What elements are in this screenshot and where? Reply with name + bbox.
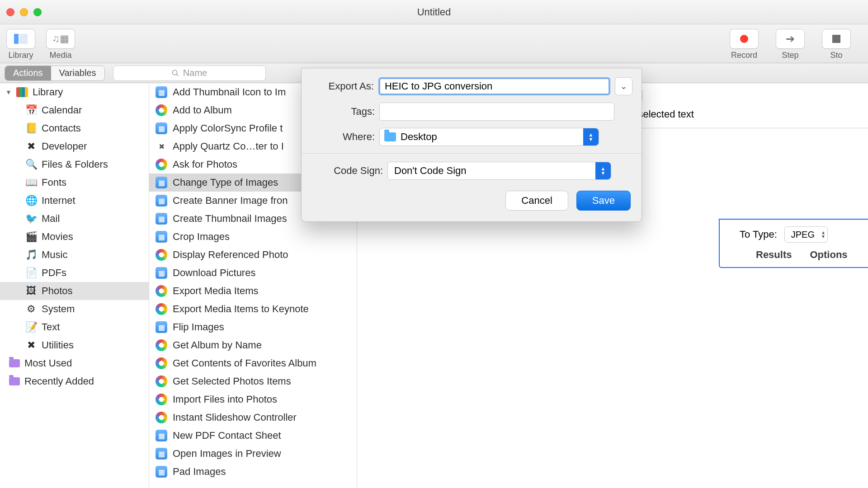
sidebar-item-utilities[interactable]: ✖︎Utilities bbox=[0, 336, 149, 354]
chevron-down-icon: ⌄ bbox=[620, 81, 627, 91]
record-icon bbox=[740, 35, 748, 43]
export-dialog: Export As: ⌄ Tags: Where: Desktop ▲▼ bbox=[301, 68, 642, 222]
folder-icon bbox=[9, 359, 20, 367]
action-icon bbox=[156, 303, 167, 315]
sidebar-item-files-folders[interactable]: 🔍Files & Folders bbox=[0, 155, 149, 174]
action-icon bbox=[156, 159, 167, 170]
library-icon bbox=[16, 87, 28, 97]
category-icon: 🐦 bbox=[25, 213, 37, 225]
save-button[interactable]: Save bbox=[576, 191, 631, 211]
window-title: Untitled bbox=[0, 6, 868, 18]
where-popup[interactable]: Desktop ▲▼ bbox=[379, 128, 599, 146]
category-icon: 📒 bbox=[25, 122, 37, 134]
change-type-action-card[interactable]: To Type: JPEG ▴▾ Results Options bbox=[719, 219, 868, 268]
action-item-label: Apply ColorSync Profile t bbox=[173, 122, 283, 134]
sidebar-item-label: Fonts bbox=[42, 177, 66, 188]
action-item-label: Flip Images bbox=[173, 321, 224, 333]
action-item-label: Create Thumbnail Images bbox=[173, 213, 287, 225]
sidebar-item-music[interactable]: 🎵Music bbox=[0, 246, 149, 264]
sidebar-item-label: Utilities bbox=[42, 339, 74, 351]
action-item[interactable]: Instant Slideshow Controller bbox=[149, 408, 357, 427]
sidebar-item-label: Contacts bbox=[42, 122, 81, 134]
sidebar-item-movies[interactable]: 🎬Movies bbox=[0, 228, 149, 246]
sidebar-item-internet[interactable]: 🌐Internet bbox=[0, 192, 149, 210]
step-button[interactable]: ➔ bbox=[776, 29, 805, 49]
library-icon bbox=[14, 34, 28, 44]
most-used[interactable]: Most Used bbox=[0, 354, 149, 372]
action-item-label: Get Album by Name bbox=[173, 339, 262, 351]
code-sign-popup[interactable]: Don't Code Sign ▲▼ bbox=[387, 162, 611, 180]
action-item[interactable]: Get Selected Photos Items bbox=[149, 372, 357, 390]
cancel-button[interactable]: Cancel bbox=[505, 191, 568, 211]
action-item-label: Change Type of Images bbox=[173, 177, 278, 188]
action-item[interactable]: Get Album by Name bbox=[149, 336, 357, 354]
category-icon: 🎵 bbox=[25, 249, 37, 261]
action-item[interactable]: ▦Download Pictures bbox=[149, 264, 357, 282]
expand-save-panel-button[interactable]: ⌄ bbox=[615, 77, 632, 95]
action-item-label: Create Banner Image fron bbox=[173, 195, 288, 206]
sidebar-item-label: Music bbox=[42, 249, 67, 261]
category-icon: 📝 bbox=[25, 321, 37, 333]
recently-added[interactable]: Recently Added bbox=[0, 372, 149, 390]
sidebar-item-developer[interactable]: ✖︎Developer bbox=[0, 137, 149, 155]
library-toolbar-button[interactable] bbox=[6, 29, 35, 49]
sidebar-item-label: Files & Folders bbox=[42, 159, 108, 170]
sidebar-item-system[interactable]: ⚙︎System bbox=[0, 300, 149, 318]
action-item[interactable]: Import Files into Photos bbox=[149, 390, 357, 408]
stop-button[interactable] bbox=[822, 29, 851, 49]
library-tabs: Actions Variables bbox=[5, 66, 105, 81]
sidebar-item-fonts[interactable]: 📖Fonts bbox=[0, 174, 149, 192]
action-icon bbox=[156, 394, 167, 405]
category-icon: 🎬 bbox=[25, 231, 37, 243]
category-icon: 🌐 bbox=[25, 195, 37, 206]
disclosure-triangle-icon[interactable]: ▼ bbox=[5, 89, 12, 96]
most-used-label: Most Used bbox=[24, 357, 72, 369]
sidebar-item-text[interactable]: 📝Text bbox=[0, 318, 149, 336]
tags-field[interactable] bbox=[379, 103, 614, 121]
action-item-label: Add to Album bbox=[173, 104, 232, 116]
sidebar-item-label: Developer bbox=[42, 141, 87, 152]
toolbar: Library ♫▦ Media Record ➔ Step Sto bbox=[0, 24, 868, 63]
sidebar-item-pdfs[interactable]: 📄PDFs bbox=[0, 264, 149, 282]
record-button[interactable] bbox=[730, 29, 759, 49]
action-icon: ▦ bbox=[156, 231, 167, 243]
action-item[interactable]: Export Media Items bbox=[149, 282, 357, 300]
action-item[interactable]: ▦Crop Images bbox=[149, 228, 357, 246]
action-item[interactable]: ▦Flip Images bbox=[149, 318, 357, 336]
search-icon bbox=[171, 69, 179, 77]
action-tab-results[interactable]: Results bbox=[756, 249, 792, 261]
sidebar-item-label: Internet bbox=[42, 195, 75, 206]
search-input[interactable]: Name bbox=[113, 66, 266, 81]
automator-window: Untitled Library ♫▦ Media Record ➔ Step bbox=[0, 0, 868, 488]
action-tab-options[interactable]: Options bbox=[810, 249, 847, 261]
sidebar-item-mail[interactable]: 🐦Mail bbox=[0, 210, 149, 228]
folder-icon bbox=[384, 132, 396, 141]
action-icon: ▦ bbox=[156, 122, 167, 134]
tab-variables[interactable]: Variables bbox=[51, 66, 104, 80]
action-item-label: Crop Images bbox=[173, 231, 230, 243]
sidebar-item-photos[interactable]: 🖼Photos bbox=[0, 282, 149, 300]
media-toolbar-label: Media bbox=[49, 51, 71, 60]
action-item[interactable]: ▦New PDF Contact Sheet bbox=[149, 427, 357, 445]
stop-icon bbox=[832, 35, 840, 43]
action-item[interactable]: ▦Open Images in Preview bbox=[149, 445, 357, 463]
tags-label: Tags: bbox=[311, 106, 379, 117]
category-icon: 📖 bbox=[25, 177, 37, 188]
action-item-label: Import Files into Photos bbox=[173, 394, 277, 405]
category-icon: ⚙︎ bbox=[25, 303, 37, 315]
action-item[interactable]: Export Media Items to Keynote bbox=[149, 300, 357, 318]
export-as-field[interactable] bbox=[378, 77, 610, 95]
sidebar-item-calendar[interactable]: 📅Calendar bbox=[0, 101, 149, 119]
action-item-label: Export Media Items to Keynote bbox=[173, 303, 309, 315]
library-sidebar: ▼ Library 📅Calendar📒Contacts✖︎Developer🔍… bbox=[0, 83, 149, 488]
action-icon: ▦ bbox=[156, 466, 167, 478]
media-toolbar-button[interactable]: ♫▦ bbox=[46, 29, 75, 49]
action-item[interactable]: Display Referenced Photo bbox=[149, 246, 357, 264]
action-item[interactable]: ▦Pad Images bbox=[149, 463, 357, 481]
to-type-popup[interactable]: JPEG ▴▾ bbox=[784, 226, 828, 243]
tab-actions[interactable]: Actions bbox=[5, 66, 51, 80]
action-item[interactable]: Get Contents of Favorites Album bbox=[149, 354, 357, 372]
sidebar-item-contacts[interactable]: 📒Contacts bbox=[0, 119, 149, 137]
library-root[interactable]: ▼ Library bbox=[0, 83, 149, 101]
where-label: Where: bbox=[311, 131, 379, 143]
